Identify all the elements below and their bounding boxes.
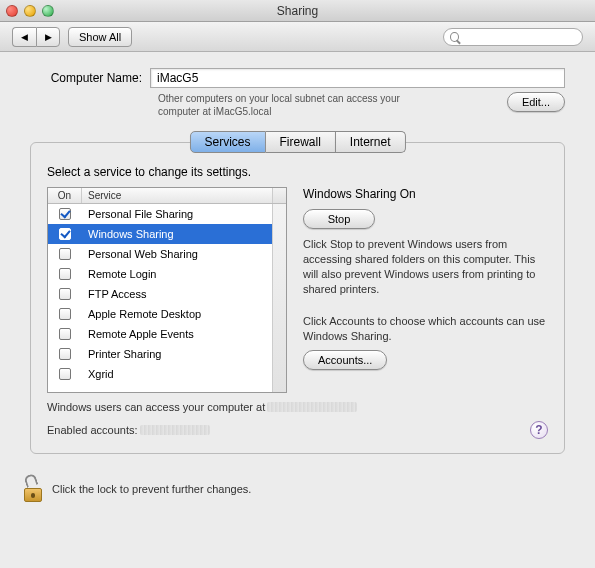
redacted-address xyxy=(267,402,357,412)
service-row[interactable]: Windows Sharing xyxy=(48,224,272,244)
lock-row: Click the lock to prevent further change… xyxy=(0,462,595,512)
stop-description: Click Stop to prevent Windows users from… xyxy=(303,237,548,296)
chevron-right-icon: ▶ xyxy=(45,32,52,42)
service-checkbox[interactable] xyxy=(59,228,71,240)
service-checkbox[interactable] xyxy=(59,208,71,220)
column-service[interactable]: Service xyxy=(82,188,272,203)
search-icon xyxy=(450,32,459,42)
service-checkbox[interactable] xyxy=(59,328,71,340)
edit-button[interactable]: Edit... xyxy=(507,92,565,112)
stop-button[interactable]: Stop xyxy=(303,209,375,229)
service-row[interactable]: Personal File Sharing xyxy=(48,204,272,224)
service-row[interactable]: Printer Sharing xyxy=(48,344,272,364)
service-checkbox[interactable] xyxy=(59,308,71,320)
search-field[interactable] xyxy=(443,28,583,46)
computer-name-input[interactable] xyxy=(150,68,565,88)
service-row[interactable]: Apple Remote Desktop xyxy=(48,304,272,324)
service-row[interactable]: Remote Apple Events xyxy=(48,324,272,344)
lock-text: Click the lock to prevent further change… xyxy=(52,483,251,495)
redacted-accounts xyxy=(140,425,210,435)
service-checkbox[interactable] xyxy=(59,348,71,360)
help-button[interactable]: ? xyxy=(530,421,548,439)
computer-name-row: Computer Name: xyxy=(30,68,565,88)
panel-instruction: Select a service to change its settings. xyxy=(47,165,548,179)
tab-bar: ServicesFirewallInternet xyxy=(189,131,405,153)
service-name: Printer Sharing xyxy=(82,348,272,360)
nav-buttons: ◀ ▶ xyxy=(12,27,60,47)
window-title: Sharing xyxy=(0,4,595,18)
service-name: Personal File Sharing xyxy=(82,208,272,220)
accounts-button[interactable]: Accounts... xyxy=(303,350,387,370)
service-name: Apple Remote Desktop xyxy=(82,308,272,320)
service-name: Xgrid xyxy=(82,368,272,380)
titlebar: Sharing xyxy=(0,0,595,22)
forward-button[interactable]: ▶ xyxy=(36,27,60,47)
computer-name-note: Other computers on your local subnet can… xyxy=(158,92,418,118)
table-header: On Service xyxy=(48,188,286,204)
computer-name-label: Computer Name: xyxy=(30,71,150,85)
service-row[interactable]: Personal Web Sharing xyxy=(48,244,272,264)
services-table: On Service Personal File SharingWindows … xyxy=(47,187,287,393)
service-checkbox[interactable] xyxy=(59,268,71,280)
service-row[interactable]: Xgrid xyxy=(48,364,272,384)
services-panel: ServicesFirewallInternet Select a servic… xyxy=(30,142,565,454)
service-row[interactable]: Remote Login xyxy=(48,264,272,284)
service-name: Remote Apple Events xyxy=(82,328,272,340)
back-button[interactable]: ◀ xyxy=(12,27,36,47)
service-name: Personal Web Sharing xyxy=(82,248,272,260)
service-name: Windows Sharing xyxy=(82,228,272,240)
tab-firewall[interactable]: Firewall xyxy=(265,131,335,153)
show-all-button[interactable]: Show All xyxy=(68,27,132,47)
service-name: Remote Login xyxy=(82,268,272,280)
detail-title: Windows Sharing On xyxy=(303,187,548,201)
service-row[interactable]: FTP Access xyxy=(48,284,272,304)
tab-internet[interactable]: Internet xyxy=(336,131,406,153)
scrollbar-header xyxy=(272,188,286,203)
service-name: FTP Access xyxy=(82,288,272,300)
enabled-accounts: Enabled accounts: ? xyxy=(47,421,548,439)
tab-services[interactable]: Services xyxy=(189,131,265,153)
service-checkbox[interactable] xyxy=(59,248,71,260)
access-info: Windows users can access your computer a… xyxy=(47,401,548,413)
service-checkbox[interactable] xyxy=(59,368,71,380)
search-input[interactable] xyxy=(463,30,576,44)
service-detail: Windows Sharing On Stop Click Stop to pr… xyxy=(303,187,548,393)
accounts-description: Click Accounts to choose which accounts … xyxy=(303,314,548,344)
chevron-left-icon: ◀ xyxy=(21,32,28,42)
lock-icon[interactable] xyxy=(22,476,44,502)
content: Computer Name: Other computers on your l… xyxy=(0,52,595,462)
toolbar: ◀ ▶ Show All xyxy=(0,22,595,52)
column-on[interactable]: On xyxy=(48,188,82,203)
scrollbar[interactable] xyxy=(272,204,286,392)
service-checkbox[interactable] xyxy=(59,288,71,300)
